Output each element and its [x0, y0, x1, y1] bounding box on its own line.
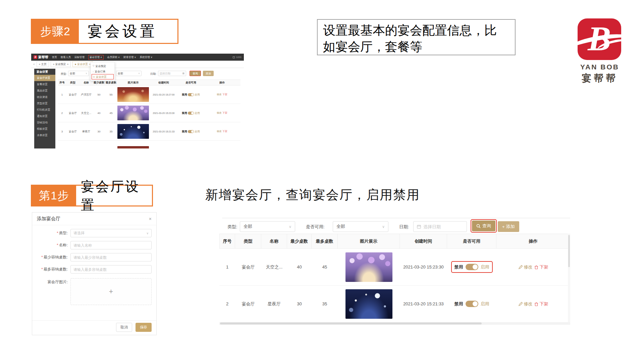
mini-filter-type-select[interactable]: 全部 ∨ [68, 71, 89, 76]
mini-dropdown-order[interactable]: ↑ 宴会订单 [91, 69, 114, 74]
order-icon: ↑ [93, 70, 94, 73]
search-icon [476, 224, 481, 228]
mini-nav-member[interactable]: 会员营销 ∨ [107, 56, 120, 59]
min-tables-field[interactable] [73, 255, 149, 259]
mini-sidebar-item-hall[interactable]: 宴会厅设置 [34, 75, 55, 81]
mini-sidebar-item-printer[interactable]: 打印机设置 [34, 107, 55, 113]
enable-toggle[interactable] [188, 93, 194, 96]
mini-tabs-back[interactable]: < [33, 63, 35, 66]
enable-toggle[interactable] [466, 301, 478, 307]
mini-filter-avail-select[interactable]: 全部 ∨ [116, 71, 142, 76]
column-header: 是否可用 [178, 79, 204, 85]
mini-search-button[interactable]: 查询 [190, 71, 201, 76]
edit-link[interactable]: 修改 [217, 93, 222, 96]
mini-nav-target[interactable]: 目标管理 [74, 56, 85, 59]
mini-dropdown-reserve[interactable]: ▽ 宴会预定 [91, 63, 114, 69]
trash-icon [534, 302, 538, 306]
type-select[interactable]: 请选择 ∨ [70, 229, 152, 237]
filter-type-select[interactable]: 全部 ∨ [240, 221, 295, 232]
column-header: 最多桌数 [312, 234, 338, 249]
enable-toggle[interactable] [466, 264, 478, 270]
vertical-scrollbar[interactable] [568, 234, 570, 322]
date-input[interactable] [423, 224, 463, 229]
mini-sidebar-item-type[interactable]: 类型设置 [34, 100, 55, 107]
step1-title: 宴会厅设置 [76, 186, 152, 205]
mini-sidebar-item-dish[interactable]: 菜品设置 [34, 87, 55, 94]
remove-link[interactable]: 下架 [222, 130, 227, 133]
enable-label: 启用 [195, 130, 200, 133]
required-mark: * [57, 231, 58, 235]
field-row-min: *最少容纳桌数: [37, 253, 152, 261]
enable-label: 启用 [195, 111, 200, 115]
mini-nav-finance[interactable]: 财务管理 ∨ [123, 56, 136, 59]
step1-box: 第1步 宴会厅设置 [31, 185, 153, 206]
min-tables-field-wrap [70, 253, 152, 261]
mini-sidebar-item-marketing[interactable]: 营销活动 [34, 119, 55, 126]
section-caption: 新增宴会厅，查询宴会厅，启用禁用 [205, 186, 420, 203]
cell-no: 1 [58, 85, 66, 104]
pencil-icon [519, 265, 523, 269]
column-header: 图片展示 [338, 234, 400, 249]
remove-link[interactable]: 下架 [222, 111, 227, 115]
mini-nav-system-label: 系统管理 [140, 56, 150, 59]
mini-sidebar-item-package[interactable]: 套餐设置 [34, 81, 55, 87]
fullscreen-icon[interactable] [233, 56, 235, 58]
field-row-image: 宴会厅图片: + [37, 278, 152, 305]
intro-box: 设置最基本的宴会配置信息，比 如宴会厅，套餐等 [317, 19, 516, 55]
close-icon[interactable]: × [149, 216, 152, 222]
mini-nav-home[interactable]: 首页 [52, 56, 57, 59]
mini-add-button[interactable]: 添加 [203, 71, 214, 76]
remove-link[interactable]: 下架 [222, 93, 227, 96]
horizontal-scrollbar[interactable] [219, 322, 570, 325]
mini-nav-system[interactable]: 系统管理 ∨ [140, 56, 153, 59]
cancel-button[interactable]: 取消 [116, 323, 132, 332]
mini-tab-home[interactable]: 主页 [37, 61, 49, 67]
filter-date-input[interactable] [413, 221, 467, 232]
table-row: 1 宴会厅 天空之... 40 45 2021-03-20 15:23:30 禁… [219, 249, 570, 286]
close-icon[interactable]: × [67, 63, 69, 66]
mini-sidebar-item-bill[interactable]: 水单设置 [34, 132, 55, 138]
cell-min: 50 [93, 85, 105, 104]
step2-box: 步骤2 宴会设置 [31, 19, 178, 44]
mini-tab-reserve[interactable]: 宴会预定 × [51, 61, 71, 67]
remove-link[interactable]: 下架 [534, 264, 548, 270]
chevron-down-icon: ∨ [289, 225, 291, 229]
save-button[interactable]: 保存 [136, 323, 152, 332]
edit-link[interactable]: 修改 [519, 264, 533, 270]
select-placeholder: 请选择 [73, 231, 146, 236]
mini-sidebar-item-payment[interactable]: 收款渠道 [34, 94, 55, 100]
mini-filter-date-input[interactable]: 选择日期 ▦ [158, 71, 186, 76]
scrollbar-thumb[interactable] [568, 235, 570, 267]
edit-link[interactable]: 修改 [217, 111, 222, 115]
filter-avail-select[interactable]: 全部 ∨ [333, 221, 388, 232]
image-upload-area[interactable]: + [70, 278, 152, 305]
remove-link[interactable]: 下架 [534, 301, 548, 307]
search-highlight-annotation: 查询 [471, 219, 497, 233]
calendar-icon [417, 224, 421, 229]
mini-nav-member-label: 会员营销 [107, 56, 117, 59]
mini-date-placeholder: 选择日期 [160, 72, 170, 75]
column-header: 最少桌数 [287, 234, 312, 249]
enable-toggle[interactable] [188, 112, 194, 115]
filter-type-value: 全部 [244, 224, 252, 230]
mini-sidebar-item-notice[interactable]: 通知设置 [34, 113, 55, 119]
mini-dropdown-settings[interactable]: ◎ 宴会设置 [92, 74, 114, 79]
name-field[interactable] [73, 243, 149, 247]
hall-photo [345, 252, 392, 282]
edit-link[interactable]: 修改 [519, 301, 533, 307]
mini-nav-banquet[interactable]: 宴会管理 ∧ [88, 55, 104, 60]
hall-photo [117, 87, 149, 102]
mini-nav-staff[interactable]: 散客人员 [61, 56, 71, 59]
field-row-type: *类型: 请选择 ∨ [37, 229, 152, 237]
edit-link[interactable]: 修改 [217, 130, 222, 133]
search-button[interactable]: 查询 [472, 221, 495, 231]
toggle-highlight-annotation: 禁用 启用 [451, 261, 493, 273]
field-label-text: 类型: [59, 231, 68, 235]
dialog-footer: 取消 保存 [116, 323, 152, 332]
mini-sidebar-item-template[interactable]: 模板设置 [34, 126, 55, 132]
max-tables-field[interactable] [73, 267, 149, 272]
enable-toggle[interactable] [188, 130, 194, 133]
mini-tab-settings[interactable]: 宴会设置 × [72, 61, 93, 67]
scrollbar-thumb[interactable] [220, 322, 482, 324]
add-button[interactable]: + 添加 [498, 221, 519, 232]
